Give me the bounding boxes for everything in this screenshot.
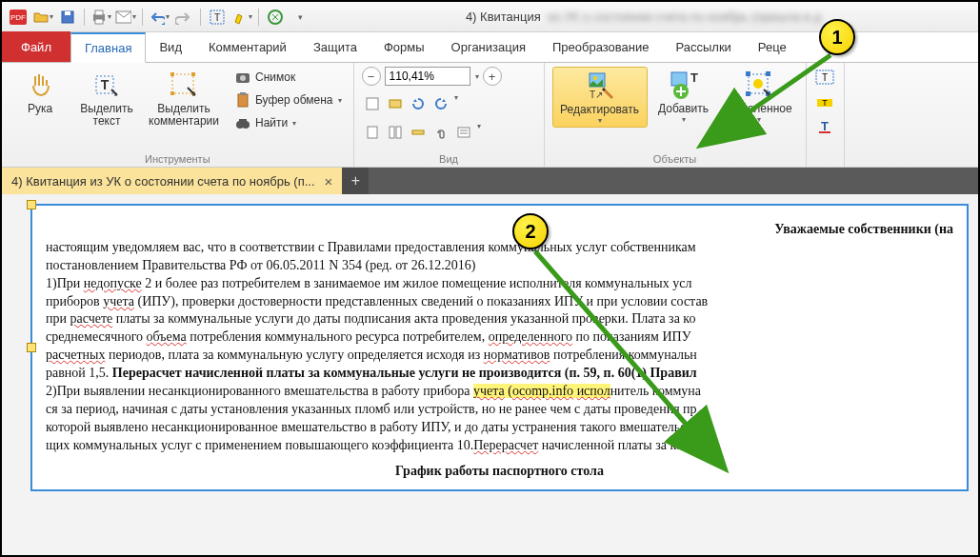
- add-tab-button[interactable]: +: [342, 168, 369, 194]
- find-label: Найти: [255, 116, 288, 129]
- group-next-partial: T T T: [807, 63, 845, 167]
- svg-rect-16: [170, 91, 174, 95]
- clipboard-label: Буфер обмена: [255, 93, 333, 107]
- layout1-icon[interactable]: [362, 122, 383, 143]
- resize-handle-ml[interactable]: [27, 343, 36, 352]
- link-icon[interactable]: [265, 7, 286, 28]
- undo-icon[interactable]: ▾: [149, 7, 170, 28]
- resize-handle-tl[interactable]: [27, 200, 36, 209]
- layout-dropdown-icon[interactable]: ▾: [477, 122, 481, 143]
- layout2-icon[interactable]: [385, 122, 406, 143]
- tab-mailings[interactable]: Рассылки: [662, 31, 744, 62]
- textbox-icon[interactable]: T: [814, 67, 835, 88]
- page-width-icon[interactable]: [385, 93, 406, 114]
- tab-forms[interactable]: Формы: [370, 31, 438, 62]
- tab-convert[interactable]: Преобразование: [539, 31, 663, 62]
- edit-label: Редактировать: [560, 104, 639, 116]
- zoom-out-button[interactable]: −: [362, 67, 381, 86]
- highlight-tool-icon[interactable]: ▾: [231, 7, 252, 28]
- read-icon[interactable]: [453, 122, 474, 143]
- doc-line-3[interactable]: 1)При недопуске 2 и более раз потребител…: [46, 275, 953, 293]
- zoom-in-button[interactable]: +: [483, 67, 502, 86]
- open-icon[interactable]: ▾: [32, 7, 53, 28]
- text-tool-icon[interactable]: T: [207, 7, 228, 28]
- svg-rect-14: [170, 72, 174, 76]
- svg-rect-37: [671, 72, 687, 86]
- attach-icon[interactable]: [430, 122, 451, 143]
- highlight2-icon[interactable]: T: [814, 91, 835, 112]
- ruler-icon[interactable]: [408, 122, 429, 143]
- selected-button[interactable]: Выделенное ▾: [720, 67, 798, 126]
- zoom-dropdown-icon[interactable]: ▾: [475, 72, 479, 81]
- document-tabs: 4) Квитанция из УК о состоянии счета по …: [2, 168, 978, 194]
- clipboard-button[interactable]: Буфер обмена▾: [230, 90, 346, 110]
- find-button[interactable]: Найти▾: [230, 112, 346, 133]
- save-icon[interactable]: [57, 7, 78, 28]
- add-label: Добавить: [658, 103, 709, 115]
- page-selection-frame[interactable]: Уважаемые собственники (на настоящим уве…: [30, 204, 969, 491]
- mail-icon[interactable]: ▾: [115, 7, 136, 28]
- doc-heading-owners: Уважаемые собственники (на: [46, 221, 953, 239]
- group-objects-label: Объекты: [552, 151, 798, 165]
- close-tab-icon[interactable]: ×: [325, 173, 333, 189]
- document-tab[interactable]: 4) Квитанция из УК о состоянии счета по …: [2, 168, 342, 194]
- svg-text:PDF: PDF: [10, 13, 26, 22]
- binoculars-icon: [234, 114, 251, 131]
- tab-home[interactable]: Главная: [70, 32, 146, 63]
- doc-line-6[interactable]: среднемесячного объема потребления комму…: [46, 328, 953, 347]
- select-text-label: Выделить текст: [78, 103, 135, 128]
- doc-line-7[interactable]: расчетных периодов, плата за коммунальну…: [46, 347, 953, 365]
- svg-rect-51: [819, 131, 830, 133]
- tab-protect[interactable]: Защита: [300, 31, 370, 62]
- rotate-right-icon[interactable]: [430, 93, 451, 114]
- doc-line-12[interactable]: щих коммунальных услуг с применением пов…: [46, 437, 953, 455]
- tab-file[interactable]: Файл: [2, 31, 70, 62]
- select-text-button[interactable]: T Выделить текст: [76, 67, 137, 129]
- doc-line-4[interactable]: приборов учета (ИПУ), проверки достоверн…: [46, 293, 953, 311]
- rotate-dropdown-icon[interactable]: ▾: [454, 93, 458, 114]
- select-comments-button[interactable]: Выделить комментарии: [143, 67, 225, 129]
- tab-comment[interactable]: Комментарий: [195, 31, 300, 62]
- doc-line-10[interactable]: ся за период, начиная с даты установлени…: [46, 401, 953, 419]
- document-area: Уважаемые собственники (на настоящим уве…: [2, 194, 978, 555]
- tab-view[interactable]: Вид: [146, 31, 195, 62]
- camera-icon: [234, 69, 251, 86]
- doc-line-8[interactable]: равной 1,5. Перерасчет начисленной платы…: [46, 365, 953, 383]
- print-icon[interactable]: ▾: [90, 7, 111, 28]
- redo-icon[interactable]: [173, 7, 194, 28]
- page-fit-icon[interactable]: [362, 93, 383, 114]
- select-comments-label: Выделить комментарии: [145, 103, 223, 128]
- svg-rect-3: [65, 11, 70, 15]
- text-color-icon[interactable]: T: [814, 116, 835, 137]
- svg-rect-6: [95, 19, 103, 24]
- doc-line-2[interactable]: постановлением Правительства РФ от 06.05…: [46, 257, 953, 275]
- svg-rect-43: [746, 91, 750, 96]
- svg-text:T: T: [821, 72, 827, 83]
- doc-line-5[interactable]: при расчете платы за коммунальные услуги…: [46, 310, 953, 328]
- add-button[interactable]: T Добавить ▾: [653, 67, 714, 126]
- doc-line-1[interactable]: настоящим уведомляем вас, что в соответс…: [46, 239, 953, 257]
- edit-button[interactable]: T↗ Редактировать ▾: [552, 67, 648, 128]
- doc-line-11[interactable]: которой выявлено несанкционированное вме…: [46, 419, 953, 437]
- tab-organize[interactable]: Организация: [438, 31, 539, 62]
- rotate-left-icon[interactable]: [408, 93, 429, 114]
- zoom-input[interactable]: [385, 67, 470, 86]
- svg-rect-24: [239, 119, 247, 123]
- doc-line-9[interactable]: 2)При выявлении несанкционированного вме…: [46, 383, 953, 401]
- app-logo-icon[interactable]: PDF: [8, 7, 29, 28]
- select-comments-icon: [168, 69, 200, 101]
- hand-button[interactable]: Рука: [10, 67, 70, 117]
- doc-heading-schedule: График работы паспортного стола: [46, 463, 953, 481]
- tab-recipes[interactable]: Реце: [745, 31, 800, 62]
- svg-rect-41: [746, 71, 750, 76]
- svg-text:T: T: [101, 77, 110, 92]
- svg-text:T: T: [214, 11, 221, 23]
- selected-label: Выделенное: [725, 103, 791, 115]
- svg-rect-25: [367, 98, 378, 109]
- snapshot-label: Снимок: [255, 70, 295, 84]
- svg-rect-27: [368, 127, 377, 138]
- svg-rect-20: [238, 94, 248, 107]
- qat-customize-icon[interactable]: ▾: [290, 7, 310, 28]
- clipboard-icon: [234, 91, 251, 109]
- snapshot-button[interactable]: Снимок: [230, 67, 346, 88]
